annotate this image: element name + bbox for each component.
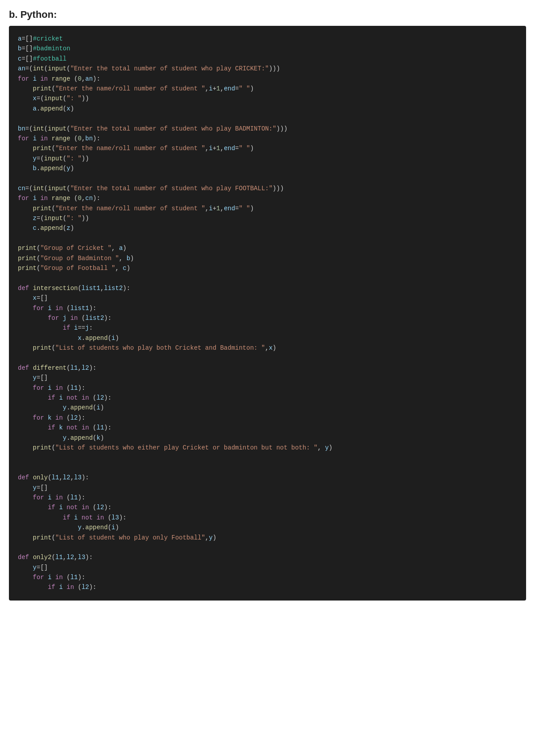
page-title: b. Python:	[9, 9, 526, 20]
code-block: a=[]#cricket b=[]#badminton c=[]#footbal…	[9, 26, 526, 601]
